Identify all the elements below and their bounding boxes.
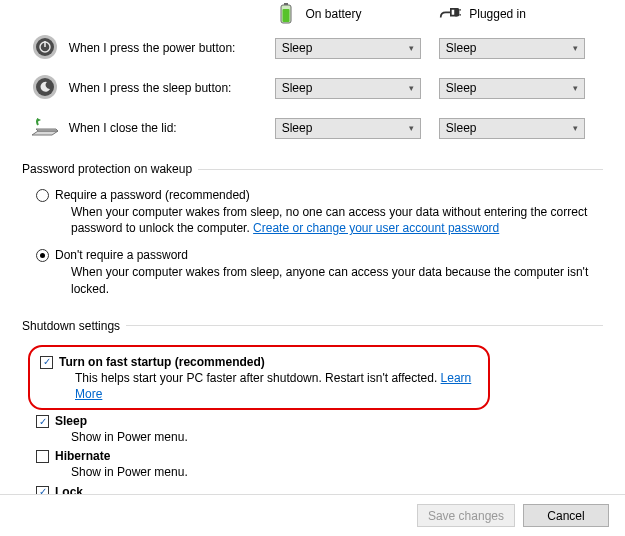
sleep-button-battery-value: Sleep xyxy=(282,81,313,95)
hibernate-label: Hibernate xyxy=(55,449,110,463)
radio-icon xyxy=(36,249,49,262)
power-button-plugged-value: Sleep xyxy=(446,41,477,55)
column-on-battery: On battery xyxy=(275,3,439,25)
svg-marker-12 xyxy=(32,131,58,135)
sleep-button-icon xyxy=(32,74,58,103)
footer-bar: Save changes Cancel xyxy=(0,494,625,536)
sleep-label: Sleep xyxy=(55,414,87,428)
sleep-button-plugged-value: Sleep xyxy=(446,81,477,95)
radio-dont-require-password[interactable]: Don't require a password When your compu… xyxy=(36,248,603,296)
column-plugged-in: Plugged in xyxy=(439,6,603,22)
checkbox-hibernate[interactable]: Hibernate Show in Power menu. xyxy=(36,449,603,480)
require-password-label: Require a password (recommended) xyxy=(55,188,601,202)
sleep-button-battery-dropdown[interactable]: Sleep ▾ xyxy=(275,78,421,99)
power-button-battery-dropdown[interactable]: Sleep ▾ xyxy=(275,38,421,59)
fast-startup-label: Turn on fast startup (recommended) xyxy=(59,355,265,369)
power-button-plugged-dropdown[interactable]: Sleep ▾ xyxy=(439,38,585,59)
dont-require-password-desc: When your computer wakes from sleep, any… xyxy=(71,264,601,296)
svg-rect-3 xyxy=(454,8,459,16)
fast-startup-annotation: Turn on fast startup (recommended) This … xyxy=(28,345,490,410)
fast-startup-desc: This helps start your PC faster after sh… xyxy=(75,371,441,385)
sleep-desc: Show in Power menu. xyxy=(71,429,188,445)
column-headers: On battery Plugged in xyxy=(22,0,603,28)
column-plugged-in-label: Plugged in xyxy=(469,7,526,21)
password-protection-legend: Password protection on wakeup xyxy=(22,162,198,176)
laptop-lid-icon xyxy=(30,115,60,142)
svg-rect-2 xyxy=(283,9,290,22)
chevron-down-icon: ▾ xyxy=(573,83,578,93)
plug-icon xyxy=(439,6,461,22)
sleep-button-label: When I press the sleep button: xyxy=(69,81,275,95)
chevron-down-icon: ▾ xyxy=(573,43,578,53)
cancel-button[interactable]: Cancel xyxy=(523,504,609,527)
chevron-down-icon: ▾ xyxy=(409,123,414,133)
power-button-label: When I press the power button: xyxy=(69,41,275,55)
power-button-battery-value: Sleep xyxy=(282,41,313,55)
power-button-icon xyxy=(32,34,58,63)
checkbox-fast-startup[interactable]: Turn on fast startup (recommended) This … xyxy=(40,355,478,402)
hibernate-desc: Show in Power menu. xyxy=(71,464,188,480)
sleep-button-plugged-dropdown[interactable]: Sleep ▾ xyxy=(439,78,585,99)
checkbox-sleep[interactable]: Sleep Show in Power menu. xyxy=(36,414,603,445)
dont-require-password-label: Don't require a password xyxy=(55,248,601,262)
close-lid-battery-dropdown[interactable]: Sleep ▾ xyxy=(275,118,421,139)
radio-icon xyxy=(36,189,49,202)
row-power-button: When I press the power button: Sleep ▾ S… xyxy=(22,28,603,68)
chevron-down-icon: ▾ xyxy=(409,43,414,53)
create-change-password-link[interactable]: Create or change your user account passw… xyxy=(253,221,499,235)
chevron-down-icon: ▾ xyxy=(409,83,414,93)
close-lid-plugged-dropdown[interactable]: Sleep ▾ xyxy=(439,118,585,139)
checkbox-icon xyxy=(36,450,49,463)
close-lid-label: When I close the lid: xyxy=(69,121,275,135)
row-close-lid: When I close the lid: Sleep ▾ Sleep ▾ xyxy=(22,108,603,148)
close-lid-battery-value: Sleep xyxy=(282,121,313,135)
password-protection-group: Password protection on wakeup Require a … xyxy=(22,162,603,297)
battery-icon xyxy=(275,3,297,25)
save-changes-button[interactable]: Save changes xyxy=(417,504,515,527)
shutdown-settings-legend: Shutdown settings xyxy=(22,319,126,333)
checkbox-icon xyxy=(36,415,49,428)
close-lid-plugged-value: Sleep xyxy=(446,121,477,135)
radio-require-password[interactable]: Require a password (recommended) When yo… xyxy=(36,188,603,236)
chevron-down-icon: ▾ xyxy=(573,123,578,133)
column-on-battery-label: On battery xyxy=(305,7,361,21)
row-sleep-button: When I press the sleep button: Sleep ▾ S… xyxy=(22,68,603,108)
svg-marker-13 xyxy=(36,129,58,131)
svg-marker-14 xyxy=(37,118,41,122)
shutdown-settings-group: Shutdown settings Turn on fast startup (… xyxy=(22,319,603,508)
checkbox-icon xyxy=(40,356,53,369)
